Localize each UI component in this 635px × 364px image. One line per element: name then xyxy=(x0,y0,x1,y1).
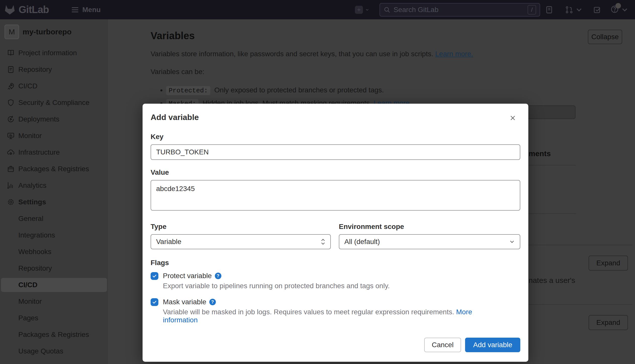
todo-check-icon xyxy=(593,6,601,14)
help-dropdown[interactable] xyxy=(610,0,629,19)
search-shortcut-badge: / xyxy=(528,5,536,15)
learn-more-link[interactable]: Learn more. xyxy=(435,50,473,58)
issues-icon xyxy=(545,6,553,14)
key-label: Key xyxy=(151,133,520,141)
environments-column-header-fragment: ments xyxy=(529,149,551,158)
page-title: Variables xyxy=(151,30,195,42)
sidebar-item-project-information[interactable]: Project information xyxy=(1,46,107,60)
protected-code-chip: Protected: xyxy=(166,86,210,95)
add-variable-modal: Add variable Key Value abcde12345 Type V… xyxy=(143,104,528,362)
rocket-icon xyxy=(7,82,15,90)
gitlab-tanuki-icon xyxy=(4,5,16,15)
sidebar-item-monitor[interactable]: Monitor xyxy=(1,129,107,143)
protect-variable-label: Protect variable xyxy=(163,272,212,280)
gitlab-app: GitLab Menu / xyxy=(0,0,635,364)
expand-button-1[interactable]: Expand xyxy=(589,256,628,271)
sidebar-subitem-general[interactable]: General xyxy=(1,212,107,226)
monitor-icon xyxy=(7,132,15,140)
close-icon xyxy=(510,115,516,121)
chevron-down-icon xyxy=(620,6,629,14)
project-name: my-turborepo xyxy=(23,28,72,36)
gitlab-logo-text: GitLab xyxy=(19,4,49,15)
sidebar-item-analytics[interactable]: Analytics xyxy=(1,178,107,193)
global-search[interactable]: / xyxy=(379,3,540,17)
value-label: Value xyxy=(151,168,520,176)
sidebar-subitem-repository[interactable]: Repository xyxy=(1,261,107,275)
hamburger-icon xyxy=(71,6,79,14)
circular-arrow-play-icon xyxy=(7,115,15,123)
protect-help-icon[interactable]: ? xyxy=(215,273,221,279)
notification-dot xyxy=(615,3,621,9)
search-input[interactable] xyxy=(394,6,528,14)
sidebar-subitem-packages-registries[interactable]: Packages & Registries xyxy=(1,328,107,342)
sidebar-item-deployments[interactable]: Deployments xyxy=(1,112,107,126)
project-avatar: M xyxy=(5,25,19,39)
sidebar-subitem-cicd-active[interactable]: CI/CD xyxy=(1,278,107,292)
sidebar-nav: Project information Repository CI/CD Sec… xyxy=(0,46,108,358)
section-text-fragment: nates a user's xyxy=(529,276,575,285)
sidebar-item-cicd[interactable]: CI/CD xyxy=(1,79,107,93)
cloud-gear-icon xyxy=(7,148,15,156)
issues-button[interactable] xyxy=(545,0,553,19)
book-icon xyxy=(7,49,15,57)
sidebar-subitem-webhooks[interactable]: Webhooks xyxy=(1,245,107,259)
top-navbar: GitLab Menu / xyxy=(0,0,635,19)
document-icon xyxy=(7,66,15,74)
type-label: Type xyxy=(151,223,331,231)
flags-label: Flags xyxy=(151,259,520,267)
collapse-button[interactable]: Collapse xyxy=(588,30,622,44)
chevron-down-icon xyxy=(365,8,369,12)
package-icon xyxy=(7,165,15,173)
cancel-button[interactable]: Cancel xyxy=(424,338,461,352)
search-icon xyxy=(384,6,391,13)
sidebar-subitem-monitor[interactable]: Monitor xyxy=(1,294,107,309)
help-icon xyxy=(610,5,619,15)
chevron-down-icon xyxy=(509,238,515,245)
left-sidebar: M my-turborepo Project information Repos… xyxy=(0,19,108,364)
plus-icon xyxy=(355,6,363,14)
value-textarea[interactable]: abcde12345 xyxy=(151,180,520,211)
key-input[interactable] xyxy=(151,144,520,160)
variables-can-be: Variables can be: xyxy=(151,68,204,76)
new-item-dropdown[interactable] xyxy=(355,0,369,19)
protect-variable-checkbox[interactable] xyxy=(151,272,158,280)
mask-variable-checkbox[interactable] xyxy=(151,298,158,306)
sidebar-item-security-compliance[interactable]: Security & Compliance xyxy=(1,96,107,110)
sidebar-item-settings[interactable]: Settings xyxy=(1,195,107,209)
project-header[interactable]: M my-turborepo xyxy=(0,24,108,39)
type-select[interactable]: Variable xyxy=(151,234,331,249)
add-variable-button[interactable]: Add variable xyxy=(465,338,520,352)
menu-label: Menu xyxy=(82,6,101,14)
modal-close-button[interactable] xyxy=(508,114,517,123)
menu-button[interactable]: Menu xyxy=(71,0,101,19)
bullet-protected: Protected: Only exposed to protected bra… xyxy=(166,85,412,96)
mask-variable-description: Variable will be masked in job logs. Req… xyxy=(163,308,499,324)
mask-variable-label: Mask variable xyxy=(163,298,206,306)
check-icon xyxy=(152,274,157,278)
merge-request-icon xyxy=(565,6,573,14)
sidebar-subitem-integrations[interactable]: Integrations xyxy=(1,228,107,242)
type-scope-row: Type Variable Environment scope All (def… xyxy=(151,223,520,249)
scope-label: Environment scope xyxy=(339,223,520,231)
chevron-down-icon xyxy=(575,6,583,14)
check-icon xyxy=(152,300,157,305)
sidebar-subitem-usage-quotas[interactable]: Usage Quotas xyxy=(1,344,107,358)
protect-variable-row: Protect variable ? xyxy=(151,272,520,280)
sidebar-subitem-pages[interactable]: Pages xyxy=(1,311,107,325)
mask-variable-row: Mask variable ? xyxy=(151,298,520,306)
sidebar-item-packages-registries[interactable]: Packages & Registries xyxy=(1,162,107,176)
type-column: Type Variable xyxy=(151,223,331,249)
merge-requests-dropdown[interactable] xyxy=(565,0,583,19)
mask-help-icon[interactable]: ? xyxy=(209,299,216,305)
environment-scope-select[interactable]: All (default) xyxy=(339,234,520,249)
sidebar-item-infrastructure[interactable]: Infrastructure xyxy=(1,145,107,159)
chart-icon xyxy=(7,181,15,190)
variables-intro: Variables store information, like passwo… xyxy=(151,49,473,59)
modal-footer: Cancel Add variable xyxy=(424,338,520,352)
shield-icon xyxy=(7,99,15,107)
todos-button[interactable] xyxy=(593,0,601,19)
gear-icon xyxy=(7,198,15,206)
gitlab-logo[interactable]: GitLab xyxy=(4,0,49,19)
sidebar-item-repository[interactable]: Repository xyxy=(1,63,107,77)
expand-button-2[interactable]: Expand xyxy=(589,315,628,330)
